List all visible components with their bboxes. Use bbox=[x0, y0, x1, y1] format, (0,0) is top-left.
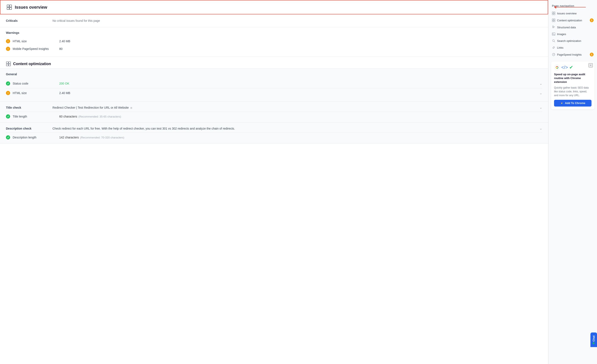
sidebar-item-label-links: Links bbox=[557, 46, 594, 49]
warning-icon-mobile-pagespeed: ! bbox=[6, 47, 10, 51]
promo-logos: </> ✔ bbox=[554, 64, 591, 70]
title-check-value: Redirect Checker | Test Redirection for … bbox=[53, 106, 538, 109]
svg-point-20 bbox=[553, 33, 553, 34]
description-length-value: 142 characters bbox=[59, 136, 79, 139]
title-link-icon: ⊞ bbox=[130, 106, 132, 109]
sidebar-item-structured-data[interactable]: Structured data bbox=[549, 24, 597, 31]
promo-close-button[interactable]: ✕ bbox=[589, 63, 593, 68]
title-length-rec: (Recommended: 35-65 characters) bbox=[79, 115, 121, 118]
html-size-label: HTML size bbox=[13, 39, 59, 43]
sidebar-badge-pagespeed: 1 bbox=[590, 53, 594, 56]
arrow-annotation bbox=[554, 6, 586, 9]
svg-rect-15 bbox=[554, 21, 555, 22]
sidebar-search-icon bbox=[552, 39, 555, 43]
success-icon-title-length: ✓ bbox=[6, 114, 10, 119]
svg-rect-2 bbox=[7, 8, 9, 9]
issues-header-icon bbox=[6, 4, 12, 10]
issues-overview-header: Issues overview bbox=[0, 0, 548, 14]
warning-icon-html-size: ! bbox=[6, 39, 10, 43]
general-section: General ✓ Status code 200 OK ⌄ ! HTML si… bbox=[0, 69, 548, 102]
content-opt-title: Content optimization bbox=[13, 62, 51, 66]
status-code-label: Status code bbox=[13, 82, 59, 85]
html-size-general-row[interactable]: ! HTML size 2.40 MB ⌄ bbox=[6, 88, 542, 98]
chevron-icon-title-check: ⌄ bbox=[540, 106, 542, 109]
sidebar-links-icon bbox=[552, 46, 555, 49]
svg-rect-0 bbox=[7, 5, 9, 7]
mobile-pagespeed-value: 80 bbox=[59, 47, 63, 51]
description-check-section: Description check Check redirect for eac… bbox=[0, 123, 548, 144]
sidebar-item-pagespeed[interactable]: PageSpeed Insights 1 bbox=[549, 51, 597, 58]
svg-rect-7 bbox=[9, 64, 11, 66]
svg-rect-18 bbox=[552, 26, 554, 26]
title-length-label: Title length bbox=[13, 115, 59, 118]
svg-rect-16 bbox=[552, 27, 555, 27]
sidebar-item-label-content: Content optimization bbox=[557, 19, 590, 22]
warnings-label: Warnings bbox=[6, 31, 542, 34]
sidebar-badge-content: 1 bbox=[590, 18, 594, 22]
sidebar-item-label-structured: Structured data bbox=[557, 26, 594, 29]
svg-rect-6 bbox=[6, 64, 8, 66]
success-icon-description-length: ✓ bbox=[6, 135, 10, 139]
success-icon-status-code: ✓ bbox=[6, 81, 10, 86]
chevron-icon-html-size: ⌄ bbox=[540, 91, 542, 95]
html-size-general-label: HTML size bbox=[13, 91, 59, 95]
sidebar-item-content-optimization[interactable]: Content optimization 1 bbox=[549, 17, 597, 24]
sidebar-item-search-optimization[interactable]: Search optimization bbox=[549, 38, 597, 44]
description-check-value: Check redirect for each URL for free. Wi… bbox=[53, 127, 538, 130]
svg-rect-13 bbox=[554, 19, 555, 20]
svg-rect-4 bbox=[6, 62, 8, 64]
svg-rect-17 bbox=[552, 28, 554, 28]
description-check-label: Description check bbox=[6, 127, 53, 130]
mobile-pagespeed-warning-row: ! Mobile PageSpeed Insights 80 bbox=[6, 45, 542, 53]
chat-label: Chat bbox=[592, 335, 595, 341]
title-length-row: ✓ Title length 60 characters (Recommende… bbox=[6, 114, 542, 119]
svg-rect-11 bbox=[554, 14, 555, 15]
promo-title: Speed up on-page audit routine with Chro… bbox=[554, 73, 591, 84]
title-check-text: Redirect Checker | Test Redirection for … bbox=[53, 106, 129, 109]
status-code-row[interactable]: ✓ Status code 200 OK ⌄ bbox=[6, 79, 542, 88]
sidebar-structured-icon bbox=[552, 26, 555, 29]
content-opt-icon bbox=[6, 61, 11, 66]
svg-rect-5 bbox=[9, 62, 11, 64]
description-check-header[interactable]: Description check Check redirect for eac… bbox=[6, 126, 542, 133]
description-length-row: ✓ Description length 142 characters (Rec… bbox=[6, 135, 542, 139]
svg-rect-10 bbox=[552, 14, 553, 15]
description-length-rec: (Recommended: 70-320 characters) bbox=[80, 136, 124, 139]
sidebar-item-images[interactable]: Images bbox=[549, 31, 597, 38]
sidebar-content-icon bbox=[552, 19, 555, 22]
sidebar-item-links[interactable]: Links bbox=[549, 44, 597, 51]
sidebar-pagespeed-icon bbox=[552, 53, 555, 56]
chrome-logo-icon bbox=[554, 64, 560, 70]
html-size-value: 2.40 MB bbox=[59, 39, 70, 43]
criticals-label: Criticals bbox=[6, 19, 53, 23]
sidebar-item-issues-overview[interactable]: Issues overview bbox=[549, 10, 597, 17]
description-length-label: Description length bbox=[13, 136, 59, 139]
description-check-text: Check redirect for each URL for free. Wi… bbox=[53, 127, 235, 130]
promo-desc: Quickly gather basic SEO data like statu… bbox=[554, 86, 591, 97]
title-check-label: Title check bbox=[6, 106, 53, 109]
promo-card: ✕ </> ✔ Speed up on-page audit routine w… bbox=[551, 61, 595, 109]
svg-rect-9 bbox=[554, 12, 555, 13]
warnings-section: Warnings ! HTML size 2.40 MB ! Mobile Pa… bbox=[0, 27, 548, 57]
sidebar-issues-icon bbox=[552, 12, 555, 15]
add-to-chrome-label: Add To Chrome bbox=[565, 101, 585, 105]
svg-rect-8 bbox=[552, 12, 553, 13]
add-to-chrome-button[interactable]: Add To Chrome bbox=[554, 100, 591, 106]
chevron-icon-description-check: ⌄ bbox=[540, 126, 542, 130]
sidebar-item-label-search: Search optimization bbox=[557, 39, 594, 43]
chat-button[interactable]: Chat bbox=[590, 333, 597, 347]
sidebar: Page navigation Issues overview bbox=[548, 0, 597, 364]
issues-overview-title: Issues overview bbox=[15, 5, 47, 10]
mobile-pagespeed-label: Mobile PageSpeed Insights bbox=[13, 47, 59, 51]
svg-point-24 bbox=[553, 54, 554, 55]
sidebar-item-label-pagespeed: PageSpeed Insights bbox=[557, 53, 590, 56]
chevron-icon-status-code: ⌄ bbox=[540, 82, 542, 86]
status-code-value: 200 OK bbox=[59, 82, 538, 85]
title-check-header[interactable]: Title check Redirect Checker | Test Redi… bbox=[6, 106, 542, 112]
sidebar-item-label-images: Images bbox=[557, 33, 594, 36]
svg-point-27 bbox=[556, 67, 558, 68]
chrome-btn-icon bbox=[560, 101, 564, 105]
code-icon: </> bbox=[561, 65, 568, 70]
svg-rect-12 bbox=[552, 19, 553, 20]
html-size-warning-row: ! HTML size 2.40 MB bbox=[6, 38, 542, 45]
